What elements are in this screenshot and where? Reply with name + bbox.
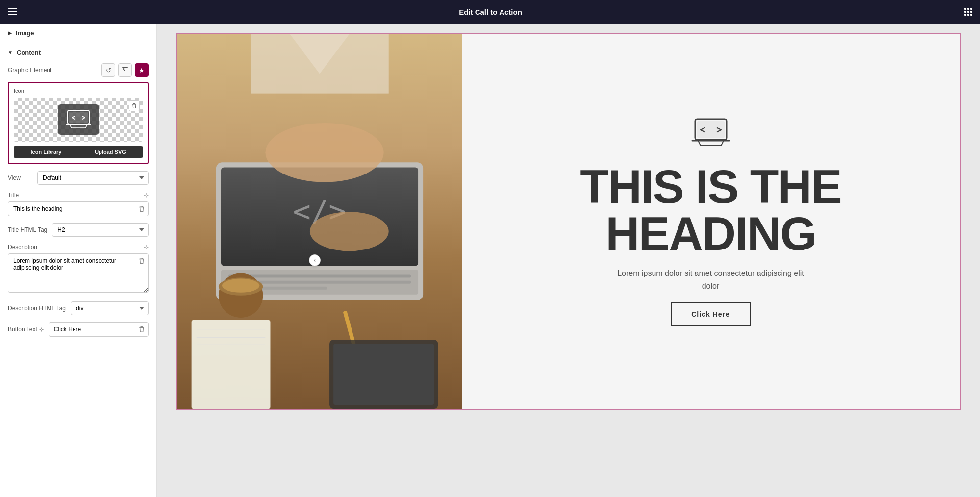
- svg-rect-13: [191, 320, 270, 409]
- canvas-cta-button[interactable]: Click Here: [671, 302, 750, 326]
- delete-icon-btn[interactable]: [129, 100, 140, 111]
- title-row: Title ⊹: [8, 192, 149, 216]
- canvas-content: </>: [176, 33, 961, 410]
- content-section-label: Content: [17, 49, 41, 56]
- canvas-image-side: </>: [177, 34, 462, 409]
- image-section-arrow: ▶: [8, 30, 12, 36]
- button-text-label: Button Text ⊹: [8, 326, 44, 333]
- grid-menu-button[interactable]: [964, 8, 972, 16]
- icon-selector-box: Icon: [8, 82, 149, 164]
- button-text-input[interactable]: [49, 322, 149, 337]
- svg-point-23: [309, 212, 388, 251]
- canvas-laptop-icon: [691, 117, 730, 153]
- desc-textarea[interactable]: Lorem ipsum dolor sit amet consectetur a…: [8, 253, 149, 293]
- button-text-clear-btn[interactable]: [139, 326, 145, 333]
- desc-textarea-wrap: Lorem ipsum dolor sit amet consectetur a…: [8, 253, 149, 295]
- collapse-sidebar-btn[interactable]: ‹: [309, 254, 321, 266]
- image-section-label: Image: [16, 29, 34, 37]
- refresh-icon-btn[interactable]: ↺: [101, 63, 115, 77]
- title-input[interactable]: [8, 201, 149, 216]
- topbar-title: Edit Call to Action: [23, 8, 958, 16]
- desc-dynamic-icon[interactable]: ⊹: [144, 244, 149, 250]
- view-row: View Default Stacked Inline: [8, 171, 149, 185]
- desc-header: Description ⊹: [8, 244, 149, 250]
- title-html-tag-dropdown[interactable]: H2H1H3H4: [52, 223, 149, 237]
- svg-rect-25: [333, 344, 434, 405]
- topbar: Edit Call to Action: [0, 0, 980, 24]
- title-input-wrap: [8, 201, 149, 216]
- icon-selector-label: Icon: [14, 88, 143, 94]
- view-dropdown[interactable]: Default Stacked Inline: [37, 171, 149, 185]
- canvas-area: ‹: [157, 24, 980, 497]
- menu-button[interactable]: [8, 8, 17, 15]
- desc-html-tag-dropdown[interactable]: divpspan: [71, 301, 149, 315]
- icon-preview-area: [14, 98, 143, 142]
- main-layout: ▶ Image ▼ Content Graphic Element ↺: [0, 24, 980, 497]
- description-row: Description ⊹ Lorem ipsum dolor sit amet…: [8, 244, 149, 295]
- desc-clear-btn[interactable]: [139, 257, 145, 266]
- canvas-info-side: THIS IS THE HEADING Lorem ipsum dolor si…: [462, 34, 960, 409]
- svg-point-21: [222, 279, 259, 293]
- content-section: ▼ Content Graphic Element ↺ ★: [0, 43, 156, 349]
- title-field-label: Title: [8, 192, 19, 199]
- canvas-description: Lorem ipsum dolor sit amet consectetur a…: [613, 267, 809, 292]
- icon-preview-inner: [58, 104, 99, 135]
- svg-rect-9: [228, 275, 411, 278]
- icon-selector-buttons: Icon Library Upload SVG: [14, 146, 143, 158]
- button-text-input-wrap: [49, 322, 149, 337]
- button-text-row: Button Text ⊹: [8, 322, 149, 337]
- sidebar: ▶ Image ▼ Content Graphic Element ↺: [0, 24, 157, 497]
- upload-svg-btn[interactable]: Upload SVG: [78, 146, 142, 158]
- svg-point-22: [265, 123, 383, 182]
- graphic-element-label: Graphic Element: [8, 67, 51, 74]
- image-section: ▶ Image: [0, 24, 156, 43]
- graphic-element-row: Graphic Element ↺ ★: [8, 63, 149, 77]
- desc-label: Description: [8, 244, 37, 250]
- desc-html-tag-row: Description HTML Tag divpspan: [8, 301, 149, 315]
- image-section-header[interactable]: ▶ Image: [8, 29, 149, 37]
- view-label: View: [8, 174, 32, 181]
- title-clear-btn[interactable]: [139, 205, 145, 212]
- btn-dynamic-icon: ⊹: [39, 326, 44, 333]
- star-icon-btn[interactable]: ★: [135, 63, 149, 77]
- image-icon-btn[interactable]: [118, 63, 132, 77]
- svg-rect-3: [69, 112, 88, 123]
- desc-html-tag-label: Description HTML Tag: [8, 305, 66, 312]
- title-html-tag-row: Title HTML Tag H2H1H3H4: [8, 223, 149, 237]
- title-field-header: Title ⊹: [8, 192, 149, 199]
- title-dynamic-icon[interactable]: ⊹: [144, 192, 149, 199]
- content-section-arrow: ▼: [8, 50, 13, 55]
- canvas-heading: THIS IS THE HEADING: [481, 163, 940, 257]
- content-section-header[interactable]: ▼ Content: [8, 49, 149, 56]
- icon-library-btn[interactable]: Icon Library: [14, 146, 78, 158]
- graphic-element-icons: ↺ ★: [101, 63, 149, 77]
- title-html-tag-label: Title HTML Tag: [8, 226, 47, 233]
